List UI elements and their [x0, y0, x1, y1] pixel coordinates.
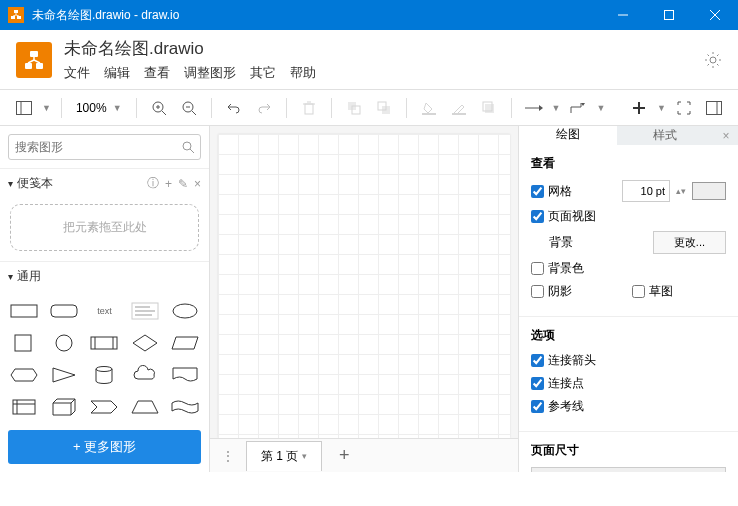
close-panel-icon[interactable]: × [714, 126, 738, 145]
close-button[interactable] [692, 0, 738, 30]
to-front-icon[interactable] [342, 96, 366, 120]
insert-icon[interactable] [627, 96, 651, 120]
zoom-out-icon[interactable] [177, 96, 201, 120]
shape-triangle[interactable] [46, 361, 82, 389]
shape-rectangle[interactable] [6, 297, 42, 325]
shape-cube[interactable] [46, 393, 82, 421]
search-input[interactable] [15, 140, 182, 154]
delete-icon[interactable] [297, 96, 321, 120]
menu-file[interactable]: 文件 [64, 64, 90, 82]
add-icon[interactable]: + [165, 177, 172, 191]
waypoint-icon[interactable] [566, 96, 590, 120]
grid-size-input[interactable] [622, 180, 670, 202]
shape-square[interactable] [6, 329, 42, 357]
svg-rect-2 [17, 16, 21, 19]
zoom-select[interactable]: 100%▼ [72, 101, 126, 115]
shadow-toggle-icon[interactable] [477, 96, 501, 120]
scratchpad-header[interactable]: ▾ 便笺本 ⓘ + ✎ × [0, 169, 209, 198]
svg-rect-1 [11, 16, 15, 19]
shape-ellipse[interactable] [167, 297, 203, 325]
more-shapes-button[interactable]: + 更多图形 [8, 430, 201, 464]
sketch-checkbox[interactable] [632, 285, 645, 298]
shape-document[interactable] [167, 361, 203, 389]
sidebar-toggle-icon[interactable] [12, 96, 36, 120]
conn-points-checkbox[interactable] [531, 377, 544, 390]
format-panel-toggle-icon[interactable] [702, 96, 726, 120]
shape-process[interactable] [86, 329, 122, 357]
grid-color-swatch[interactable] [692, 182, 726, 200]
guides-checkbox[interactable] [531, 400, 544, 413]
pageview-checkbox-label[interactable]: 页面视图 [531, 208, 726, 225]
shape-cloud[interactable] [127, 361, 163, 389]
page-menu-icon[interactable]: ⋮ [218, 449, 238, 463]
shape-internal-storage[interactable] [6, 393, 42, 421]
app-logo [16, 42, 52, 78]
shape-cylinder[interactable] [86, 361, 122, 389]
svg-rect-46 [11, 305, 37, 317]
shape-step[interactable] [86, 393, 122, 421]
canvas[interactable] [218, 134, 510, 438]
line-color-icon[interactable] [447, 96, 471, 120]
menu-edit[interactable]: 编辑 [104, 64, 130, 82]
guides-label[interactable]: 参考线 [531, 398, 726, 415]
fullscreen-icon[interactable] [672, 96, 696, 120]
edit-icon[interactable]: ✎ [178, 177, 188, 191]
page-bar: ⋮ 第 1 页 ▾ + [210, 438, 518, 472]
pagesize-select[interactable]: A4 (210 mm x 297 mm) [531, 467, 726, 472]
shadow-checkbox-label[interactable]: 阴影 [531, 283, 626, 300]
svg-line-17 [708, 64, 710, 66]
sketch-checkbox-label[interactable]: 草图 [632, 283, 727, 300]
theme-toggle-icon[interactable] [704, 51, 722, 69]
page-tab-1[interactable]: 第 1 页 ▾ [246, 441, 322, 471]
redo-icon[interactable] [252, 96, 276, 120]
fill-color-icon[interactable] [417, 96, 441, 120]
menu-adjust[interactable]: 调整图形 [184, 64, 236, 82]
shape-circle[interactable] [46, 329, 82, 357]
shape-textbox[interactable] [127, 297, 163, 325]
svg-rect-7 [30, 51, 38, 57]
bgcolor-checkbox[interactable] [531, 262, 544, 275]
change-background-button[interactable]: 更改... [653, 231, 726, 254]
svg-rect-9 [36, 63, 43, 69]
menu-other[interactable]: 其它 [250, 64, 276, 82]
filename[interactable]: 未命名绘图.drawio [64, 37, 704, 60]
close-icon[interactable]: × [194, 177, 201, 191]
add-page-button[interactable]: + [330, 442, 358, 470]
shape-hexagon[interactable] [6, 361, 42, 389]
menu-help[interactable]: 帮助 [290, 64, 316, 82]
help-icon[interactable]: ⓘ [147, 175, 159, 192]
right-panel: 绘图 样式 × 查看 网格 ▴▾ 页面视图 背景 更改... 背景色 [518, 126, 738, 472]
shadow-checkbox[interactable] [531, 285, 544, 298]
zoom-in-icon[interactable] [147, 96, 171, 120]
connection-icon[interactable] [522, 96, 546, 120]
shape-parallelogram[interactable] [167, 329, 203, 357]
svg-rect-4 [665, 11, 674, 20]
shape-diamond[interactable] [127, 329, 163, 357]
search-icon[interactable] [182, 141, 194, 153]
shape-text[interactable]: text [86, 297, 122, 325]
conn-points-label[interactable]: 连接点 [531, 375, 726, 392]
shapes-palette: text [0, 291, 209, 422]
general-shapes-header[interactable]: ▾ 通用 [0, 262, 209, 291]
conn-arrows-checkbox[interactable] [531, 354, 544, 367]
pageview-checkbox[interactable] [531, 210, 544, 223]
maximize-button[interactable] [646, 0, 692, 30]
to-back-icon[interactable] [372, 96, 396, 120]
shape-rounded-rect[interactable] [46, 297, 82, 325]
grid-checkbox-label[interactable]: 网格 [531, 183, 616, 200]
scratchpad-dropzone[interactable]: 把元素拖至此处 [10, 204, 199, 251]
shape-trapezoid[interactable] [127, 393, 163, 421]
conn-arrows-label[interactable]: 连接箭头 [531, 352, 726, 369]
grid-checkbox[interactable] [531, 185, 544, 198]
svg-rect-0 [14, 10, 18, 13]
tab-draw[interactable]: 绘图 [519, 126, 617, 145]
shape-tape[interactable] [167, 393, 203, 421]
tab-style[interactable]: 样式 [617, 126, 715, 145]
svg-point-54 [56, 335, 72, 351]
menu-view[interactable]: 查看 [144, 64, 170, 82]
undo-icon[interactable] [222, 96, 246, 120]
bgcolor-checkbox-label[interactable]: 背景色 [531, 260, 726, 277]
toolbar: ▼ 100%▼ ▼ ▼ ▼ [0, 90, 738, 126]
minimize-button[interactable] [600, 0, 646, 30]
window-title: 未命名绘图.drawio - draw.io [32, 7, 600, 24]
